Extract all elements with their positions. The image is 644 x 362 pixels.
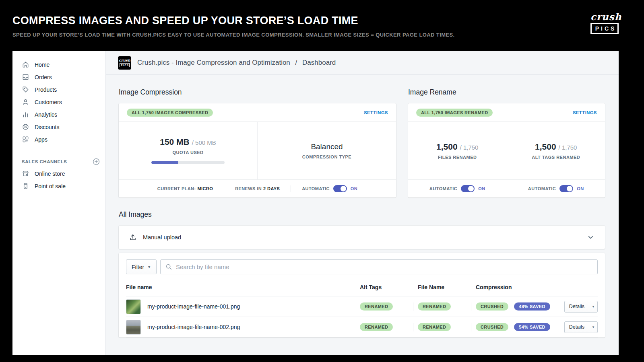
compression-automatic-toggle[interactable] <box>333 185 347 192</box>
breadcrumb: Dashboard <box>302 59 336 66</box>
filter-button[interactable]: Filter ▼ <box>126 259 157 274</box>
saved-badge: 54% SAVED <box>514 323 550 331</box>
sidebar-item-discounts[interactable]: Discounts <box>12 121 105 133</box>
image-thumbnail <box>126 320 141 335</box>
content-area: Image Compression ALL 1,750 IMAGES COMPR… <box>106 75 619 355</box>
sidebar-item-label: Discounts <box>35 124 59 130</box>
quota-stat: 150 MB / 500 MB QUOTA USED <box>119 122 257 179</box>
details-caret-icon[interactable]: ▼ <box>589 301 597 312</box>
main-area: crush PICS Crush.pics - Image Compressio… <box>106 51 619 355</box>
screen: COMPRESS IMAGES AND SPEED UP YOUR STORE’… <box>0 0 644 362</box>
sidebar-item-label: Home <box>35 62 50 68</box>
section-title-all-images: All Images <box>119 210 605 219</box>
alt-tags-renamed-value: 1,500 <box>535 142 556 152</box>
sidebar-item-label: Analytics <box>35 111 57 118</box>
details-button[interactable]: Details ▼ <box>564 321 598 333</box>
sidebar-item-label: Online store <box>35 171 65 177</box>
files-renamed-value: 1,500 <box>436 142 458 152</box>
rename-status-badge: ALL 1,750 IMAGES RENAMED <box>416 109 493 117</box>
file-name-badge: RENAMED <box>418 323 451 331</box>
home-icon <box>22 61 29 68</box>
alt-tags-automatic-toggle[interactable] <box>559 185 573 192</box>
add-sales-channel-icon[interactable] <box>92 158 100 166</box>
sidebar-item-point-of-sale[interactable]: Point of sale <box>12 180 105 192</box>
sidebar-item-label: Customers <box>35 99 62 105</box>
compression-type-stat: Balanced COMPRESSION TYPE <box>258 122 396 179</box>
crushpics-mini-logo: crush PICS <box>118 56 131 70</box>
app-title: Crush.pics - Image Compression and Optim… <box>137 59 290 66</box>
upload-icon <box>129 233 137 241</box>
files-automatic: AUTOMATIC ON <box>408 179 507 197</box>
files-renamed-label: FILES RENAMED <box>438 155 477 160</box>
automatic-label: AUTOMATIC <box>528 186 556 191</box>
manual-upload-card[interactable]: Manual upload <box>119 226 605 249</box>
sidebar-item-label: Products <box>35 86 57 93</box>
sidebar-item-apps[interactable]: Apps <box>12 133 105 146</box>
rename-settings-link[interactable]: SETTINGS <box>573 110 597 115</box>
sales-channels-header: SALES CHANNELS <box>12 156 105 167</box>
file-name: my-product-image-file-name-002.png <box>147 324 240 330</box>
crushed-badge: CRUSHED <box>476 302 508 311</box>
file-name-badge: RENAMED <box>418 302 451 311</box>
crushpics-logo: crush PICS <box>590 12 619 34</box>
sales-channels-label: SALES CHANNELS <box>22 159 67 164</box>
compression-card: ALL 1,750 IMAGES COMPRESSED SETTINGS 150… <box>119 103 396 197</box>
col-header-compression: Compression <box>476 284 598 290</box>
quota-progress-bar <box>151 161 225 164</box>
compression-type-value: Balanced <box>311 142 343 151</box>
filter-caret-icon: ▼ <box>147 265 151 269</box>
customers-icon <box>22 98 29 106</box>
files-automatic-toggle[interactable] <box>461 185 475 192</box>
sidebar-item-orders[interactable]: Orders <box>12 71 105 83</box>
chevron-down-icon[interactable] <box>586 233 595 242</box>
image-rename-section: Image Rename ALL 1,750 IMAGES RENAMED SE… <box>408 88 605 197</box>
sidebar-item-home[interactable]: Home <box>12 58 105 71</box>
col-header-file-name: File name <box>126 284 360 290</box>
section-title-compression: Image Compression <box>119 88 396 97</box>
details-button[interactable]: Details ▼ <box>564 301 598 313</box>
col-header-alt-tags: Alt Tags <box>360 284 408 290</box>
quota-total-value: / 500 MB <box>192 139 216 146</box>
sidebar-item-label: Orders <box>35 74 52 80</box>
discounts-icon <box>22 123 29 131</box>
alt-tags-renamed-total: / 1,750 <box>559 144 577 151</box>
file-name: my-product-image-file-name-001.png <box>147 303 240 310</box>
search-input[interactable] <box>160 259 598 274</box>
images-table-card: Filter ▼ File name Alt Tags File Name <box>119 253 605 337</box>
details-caret-icon[interactable]: ▼ <box>589 322 597 333</box>
quota-label: QUOTA USED <box>172 150 203 155</box>
automatic-state: ON <box>351 186 357 191</box>
banner-subtitle: SPEED UP YOUR STORE’S LOAD TIME WITH CRU… <box>12 32 455 38</box>
sidebar-item-analytics[interactable]: Analytics <box>12 108 105 121</box>
col-header-file-name-2: File Name <box>418 284 466 290</box>
orders-icon <box>22 73 29 81</box>
automatic-state: ON <box>478 186 485 191</box>
banner-title: COMPRESS IMAGES AND SPEED UP YOUR STORE’… <box>12 14 358 27</box>
image-compression-section: Image Compression ALL 1,750 IMAGES COMPR… <box>119 88 396 197</box>
crushpics-logo-script: crush <box>590 12 619 21</box>
compression-settings-link[interactable]: SETTINGS <box>364 110 388 115</box>
automatic-label: AUTOMATIC <box>302 186 330 191</box>
products-icon <box>22 86 29 93</box>
compression-automatic: AUTOMATIC ON <box>302 185 357 192</box>
app-window: Home Orders Products Customers Analytics… <box>12 51 619 355</box>
page-title: Crush.pics - Image Compression and Optim… <box>137 59 336 67</box>
sidebar-item-label: Apps <box>35 136 47 143</box>
search-box <box>160 259 598 274</box>
compression-type-label: COMPRESSION TYPE <box>302 154 351 159</box>
alt-tags-badge: RENAMED <box>360 323 393 331</box>
apps-icon <box>22 136 29 143</box>
sidebar-item-products[interactable]: Products <box>12 83 105 96</box>
current-plan: CURRENT PLAN:MICRO <box>157 186 213 191</box>
sidebar-item-online-store[interactable]: Online store <box>12 167 105 180</box>
online-store-icon <box>22 170 29 177</box>
crushed-badge: CRUSHED <box>476 323 508 331</box>
manual-upload-label: Manual upload <box>143 234 181 241</box>
search-icon <box>165 263 173 271</box>
table-header-row: File name Alt Tags File Name Compression <box>126 274 598 296</box>
section-title-rename: Image Rename <box>408 88 605 97</box>
automatic-state: ON <box>577 186 584 191</box>
filter-label: Filter <box>132 264 144 270</box>
analytics-icon <box>22 111 29 118</box>
sidebar-item-customers[interactable]: Customers <box>12 96 105 108</box>
